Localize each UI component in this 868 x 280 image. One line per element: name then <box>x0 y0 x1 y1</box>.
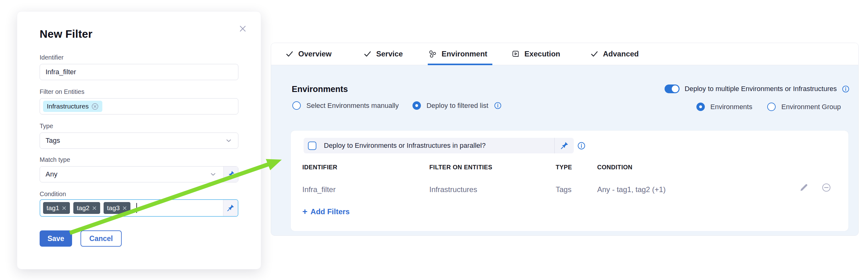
parallel-checkbox[interactable] <box>308 142 316 150</box>
text-caret <box>136 203 137 213</box>
pin-icon[interactable] <box>223 167 238 182</box>
radio-label: Environment Group <box>781 103 841 111</box>
save-button[interactable]: Save <box>40 231 72 247</box>
match-type-value: Any <box>40 170 57 178</box>
remove-tag-icon[interactable] <box>62 206 66 210</box>
tab-environment[interactable]: Environment <box>428 43 487 65</box>
radio-label: Environments <box>710 103 752 111</box>
cell-type: Tags <box>556 185 571 194</box>
environment-hexagons-icon <box>428 50 437 58</box>
multi-env-toggle-row: Deploy to multiple Environments or Infra… <box>664 84 849 93</box>
radio-circle-selected[interactable] <box>412 101 421 110</box>
entity-chip-label: Infrastructures <box>47 103 89 110</box>
tab-execution[interactable]: Execution <box>512 43 560 65</box>
tab-service[interactable]: Service <box>364 43 403 65</box>
filter-on-entities-label: Filter on Entities <box>40 88 84 96</box>
type-value: Tags <box>40 137 60 145</box>
type-select[interactable]: Tags <box>40 133 238 149</box>
tag-chip: tag3 <box>103 202 130 214</box>
stage-config-panel: Overview Service Environment Execution <box>271 43 859 236</box>
tag-chip-label: tag3 <box>107 204 120 212</box>
modal-buttons: Save Cancel <box>40 231 122 247</box>
new-filter-modal: New Filter Identifier Infra_filter Filte… <box>17 11 261 269</box>
col-header-condition: CONDITION <box>597 164 632 171</box>
match-type-select[interactable]: Any <box>40 166 238 182</box>
filters-card: Deploy to Environments or Infrastructure… <box>291 131 848 231</box>
radio-label: Deploy to filtered list <box>427 102 488 110</box>
info-icon[interactable] <box>577 142 586 150</box>
add-filters-label: Add Filters <box>310 207 349 216</box>
tag-chip-label: tag1 <box>46 204 59 212</box>
tab-label: Overview <box>298 49 332 58</box>
col-header-filter-on-entities: FILTER ON ENTITIES <box>429 164 492 171</box>
radio-deploy-filtered-list[interactable]: Deploy to filtered list <box>412 101 502 110</box>
pin-icon[interactable] <box>554 138 574 153</box>
close-icon[interactable] <box>238 24 248 34</box>
parallel-label: Deploy to Environments or Infrastructure… <box>324 142 486 150</box>
tab-label: Environment <box>441 49 487 58</box>
col-header-identifier: IDENTIFIER <box>302 164 337 171</box>
check-icon <box>364 50 372 58</box>
cancel-button[interactable]: Cancel <box>81 231 122 247</box>
tab-overview[interactable]: Overview <box>285 43 332 65</box>
cell-filter-on-entities: Infrastructures <box>429 185 477 194</box>
match-type-label: Match type <box>40 156 70 163</box>
type-label: Type <box>40 123 53 130</box>
remove-chip-icon[interactable] <box>91 103 99 110</box>
toggle-label: Deploy to multiple Environments or Infra… <box>685 85 837 93</box>
radio-label: Select Environments manually <box>306 102 399 110</box>
radio-circle-selected[interactable] <box>696 103 705 111</box>
info-icon[interactable] <box>494 102 502 109</box>
cell-condition: Any - tag1, tag2 (+1) <box>597 185 665 194</box>
pin-icon[interactable] <box>223 200 238 216</box>
tab-label: Execution <box>525 49 560 58</box>
identifier-label: Identifier <box>40 54 64 61</box>
filter-on-entities-input[interactable]: Infrastructures <box>40 98 238 114</box>
edit-pencil-icon[interactable] <box>799 183 809 193</box>
environment-mode-radios: Select Environments manually Deploy to f… <box>292 101 502 110</box>
tag-chip: tag2 <box>73 202 100 214</box>
condition-input[interactable]: tag1 tag2 tag3 <box>40 199 238 217</box>
remove-tag-icon[interactable] <box>122 206 127 210</box>
radio-environment-group[interactable]: Environment Group <box>767 103 841 111</box>
identifier-value: Infra_filter <box>40 68 76 76</box>
parallel-option-bar: Deploy to Environments or Infrastructure… <box>304 138 574 153</box>
page: New Filter Identifier Infra_filter Filte… <box>0 0 868 280</box>
info-icon[interactable] <box>842 85 849 93</box>
execution-play-icon <box>512 50 520 58</box>
radio-environments[interactable]: Environments <box>696 103 752 111</box>
tab-label: Service <box>376 49 403 58</box>
identifier-input[interactable]: Infra_filter <box>40 64 238 80</box>
condition-label: Condition <box>40 190 66 198</box>
environment-tab-content: Environments Select Environments manuall… <box>271 65 858 236</box>
tab-advanced[interactable]: Advanced <box>590 43 639 65</box>
tag-chip: tag1 <box>43 202 70 214</box>
environment-target-radios: Environments Environment Group <box>696 103 841 111</box>
modal-title: New Filter <box>40 28 92 40</box>
radio-select-manually[interactable]: Select Environments manually <box>292 101 399 110</box>
radio-circle[interactable] <box>767 103 776 111</box>
remove-minus-icon[interactable] <box>821 183 831 193</box>
stage-tabs: Overview Service Environment Execution <box>271 43 858 65</box>
add-filters-button[interactable]: + Add Filters <box>302 207 350 216</box>
plus-icon: + <box>302 207 307 216</box>
cell-identifier: Infra_filter <box>302 185 336 194</box>
entity-chip: Infrastructures <box>43 101 102 112</box>
tag-chip-label: tag2 <box>77 204 90 212</box>
remove-tag-icon[interactable] <box>92 206 97 210</box>
toggle-knob <box>672 85 679 92</box>
environments-heading: Environments <box>292 84 348 94</box>
chevron-down-icon <box>209 171 217 178</box>
check-icon <box>590 50 598 58</box>
tab-label: Advanced <box>603 49 639 58</box>
radio-circle[interactable] <box>292 101 301 110</box>
condition-chips: tag1 tag2 tag3 <box>40 202 137 214</box>
col-header-type: TYPE <box>556 164 572 171</box>
chevron-down-icon <box>225 137 232 144</box>
check-icon <box>285 50 293 58</box>
toggle-on[interactable] <box>664 84 680 93</box>
